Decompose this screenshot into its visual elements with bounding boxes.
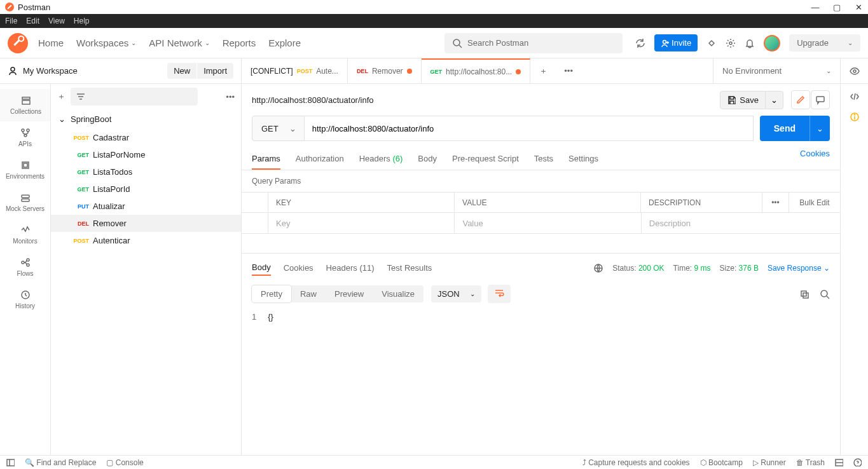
view-raw[interactable]: Raw bbox=[291, 285, 326, 302]
maximize-button[interactable]: ▢ bbox=[832, 3, 841, 11]
search-icon bbox=[452, 38, 462, 48]
close-button[interactable]: ✕ bbox=[854, 3, 863, 11]
save-response-button[interactable]: Save Response ⌄ bbox=[768, 264, 830, 273]
tab-settings[interactable]: Settings bbox=[568, 149, 598, 170]
avatar[interactable] bbox=[764, 35, 780, 51]
tab-tests[interactable]: Tests bbox=[534, 149, 553, 170]
rail-mock[interactable]: Mock Servers bbox=[0, 186, 50, 219]
param-desc-input[interactable]: Description bbox=[642, 213, 762, 233]
rail-history[interactable]: History bbox=[0, 283, 50, 316]
method-select[interactable]: GET bbox=[252, 116, 305, 141]
tab-item[interactable]: GET http://localhost:80... bbox=[422, 58, 531, 83]
comments-button[interactable] bbox=[811, 90, 830, 109]
resp-tab-tests[interactable]: Test Results bbox=[387, 261, 432, 275]
bootcamp-button[interactable]: ⬡ Bootcamp bbox=[700, 458, 743, 467]
tab-options-button[interactable]: ••• bbox=[556, 58, 581, 83]
tree-item[interactable]: GETListaTodos bbox=[51, 163, 241, 180]
nav-reports[interactable]: Reports bbox=[223, 37, 256, 48]
new-button[interactable]: New bbox=[167, 63, 196, 79]
svg-rect-33 bbox=[7, 459, 15, 466]
import-button[interactable]: Import bbox=[197, 63, 233, 79]
tree-item[interactable]: DELRemover bbox=[51, 215, 241, 232]
tab-body[interactable]: Body bbox=[418, 149, 437, 170]
sidebar-options-button[interactable]: ••• bbox=[226, 92, 235, 102]
tree-item[interactable]: POSTAutenticar bbox=[51, 232, 241, 249]
sync-icon[interactable] bbox=[635, 38, 645, 48]
add-button[interactable]: ＋ bbox=[57, 91, 65, 102]
rail-environments[interactable]: Environments bbox=[0, 154, 50, 186]
environment-select[interactable]: No Environment ⌄ bbox=[713, 58, 840, 83]
format-select[interactable]: JSON⌄ bbox=[431, 285, 481, 302]
col-options-button[interactable]: ••• bbox=[762, 193, 789, 212]
settings-icon[interactable] bbox=[726, 38, 736, 48]
edit-button[interactable] bbox=[791, 90, 810, 109]
minimize-button[interactable]: — bbox=[811, 3, 820, 11]
save-button[interactable]: Save bbox=[720, 91, 766, 109]
tab-prerequest[interactable]: Pre-request Script bbox=[452, 149, 519, 170]
nav-api-network[interactable]: API Network⌄ bbox=[149, 37, 209, 48]
tree-item[interactable]: GETListaPorId bbox=[51, 180, 241, 198]
tab-item[interactable]: DEL Remover bbox=[348, 58, 422, 83]
workspace-name[interactable]: My Workspace bbox=[23, 66, 162, 76]
layout-icon[interactable] bbox=[835, 458, 843, 466]
panel-icon[interactable] bbox=[6, 458, 15, 466]
search-response-icon[interactable] bbox=[820, 289, 830, 299]
param-value-input[interactable]: Value bbox=[455, 213, 641, 233]
trash-button[interactable]: 🗑 Trash bbox=[796, 458, 825, 467]
menu-file[interactable]: File bbox=[5, 17, 17, 25]
nav-explore[interactable]: Explore bbox=[268, 37, 301, 48]
search-input[interactable]: Search Postman bbox=[444, 33, 623, 53]
menu-edit[interactable]: Edit bbox=[26, 17, 39, 25]
find-replace-button[interactable]: 🔍 Find and Replace bbox=[25, 458, 96, 467]
send-button[interactable]: Send bbox=[760, 116, 809, 141]
runner-button[interactable]: ▷ Runner bbox=[753, 458, 786, 467]
copy-icon[interactable] bbox=[799, 289, 809, 299]
plugin-icon[interactable] bbox=[706, 38, 717, 48]
tree-item[interactable]: PUTAtualizar bbox=[51, 198, 241, 215]
resp-tab-cookies[interactable]: Cookies bbox=[284, 261, 313, 275]
svg-rect-22 bbox=[816, 97, 824, 102]
param-key-input[interactable]: Key bbox=[268, 213, 455, 233]
rail-monitors[interactable]: Monitors bbox=[0, 219, 50, 251]
send-options-button[interactable]: ⌄ bbox=[809, 116, 830, 141]
tab-authorization[interactable]: Authorization bbox=[296, 149, 344, 170]
invite-button[interactable]: Invite bbox=[654, 34, 698, 51]
help-icon[interactable] bbox=[853, 458, 862, 466]
info-icon[interactable] bbox=[850, 112, 860, 122]
tab-headers[interactable]: Headers (6) bbox=[359, 149, 403, 170]
tab-params[interactable]: Params bbox=[252, 149, 280, 170]
rail-apis[interactable]: APIs bbox=[0, 121, 50, 154]
globe-icon[interactable] bbox=[593, 263, 603, 273]
view-pretty[interactable]: Pretty bbox=[252, 285, 291, 302]
tree-folder[interactable]: ⌄SpringBoot bbox=[51, 109, 241, 129]
upgrade-button[interactable]: Upgrade⌄ bbox=[789, 34, 860, 51]
resp-tab-body[interactable]: Body bbox=[252, 260, 271, 276]
nav-workspaces[interactable]: Workspaces⌄ bbox=[76, 37, 136, 48]
resp-tab-headers[interactable]: Headers (11) bbox=[326, 261, 375, 275]
capture-button[interactable]: ⤴ Capture requests and cookies bbox=[582, 458, 690, 467]
bulk-edit-button[interactable]: Bulk Edit bbox=[789, 193, 840, 212]
code-icon[interactable] bbox=[850, 92, 860, 102]
view-preview[interactable]: Preview bbox=[326, 285, 373, 302]
statusbar: 🔍 Find and Replace ▢ Console ⤴ Capture r… bbox=[0, 455, 868, 469]
new-tab-button[interactable]: ＋ bbox=[530, 58, 556, 83]
rail-flows[interactable]: Flows bbox=[0, 251, 50, 283]
filter-input[interactable] bbox=[71, 88, 198, 105]
response-body[interactable]: 1 {} bbox=[242, 308, 840, 456]
url-input[interactable] bbox=[305, 116, 754, 141]
save-options-button[interactable]: ⌄ bbox=[766, 91, 783, 109]
console-button[interactable]: ▢ Console bbox=[106, 458, 143, 467]
postman-logo[interactable] bbox=[8, 33, 28, 53]
cookies-link[interactable]: Cookies bbox=[800, 149, 830, 170]
tree-item[interactable]: GETListaPorNome bbox=[51, 146, 241, 163]
environment-preview-button[interactable] bbox=[840, 58, 868, 83]
tab-item[interactable]: [CONFLICT] POST Aute... bbox=[242, 58, 348, 83]
menu-view[interactable]: View bbox=[48, 17, 65, 25]
rail-collections[interactable]: Collections bbox=[0, 89, 50, 121]
notifications-icon[interactable] bbox=[745, 38, 755, 48]
nav-home[interactable]: Home bbox=[38, 37, 64, 48]
menu-help[interactable]: Help bbox=[74, 17, 90, 25]
tree-item[interactable]: POSTCadastrar bbox=[51, 129, 241, 146]
wrap-lines-button[interactable] bbox=[488, 285, 511, 303]
view-visualize[interactable]: Visualize bbox=[373, 285, 424, 302]
